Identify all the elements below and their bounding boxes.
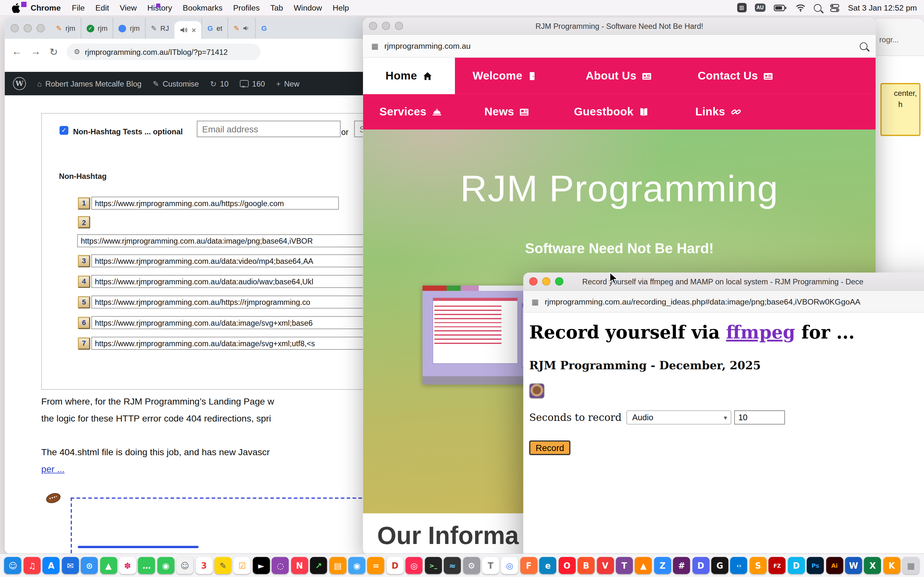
dock-icon[interactable]: ◎ <box>501 557 518 574</box>
row-number-button[interactable]: 2 <box>78 216 90 229</box>
row-number-button[interactable]: 6 <box>78 316 90 329</box>
url-input[interactable] <box>91 316 382 329</box>
url-input[interactable] <box>91 295 382 308</box>
menu-extra-icon[interactable]: ▥ <box>737 3 746 12</box>
dock-icon[interactable]: O <box>559 557 575 574</box>
nav-welcome[interactable]: Welcome <box>473 58 537 94</box>
dock-icon[interactable]: ▤ <box>329 557 346 574</box>
dock-icon[interactable]: FZ <box>769 557 786 574</box>
spotlight-search-icon[interactable] <box>814 4 821 11</box>
seconds-input[interactable] <box>734 410 785 424</box>
browser-tab[interactable]: G <box>255 18 272 39</box>
close-window-button[interactable] <box>529 277 537 285</box>
dock-icon[interactable]: D <box>692 557 709 574</box>
dock-icon[interactable]: Ps <box>807 557 824 574</box>
dock-icon[interactable]: ◉ <box>157 557 174 574</box>
dock-icon[interactable]: K <box>883 557 900 574</box>
site-grid-icon[interactable]: ▦ <box>531 297 539 306</box>
address-bar[interactable]: ▦ rjmprogramming.com.au <box>363 35 876 58</box>
nav-news[interactable]: News <box>485 94 529 129</box>
menu-item[interactable]: Edit <box>90 3 115 12</box>
dock-icon[interactable]: e <box>540 557 556 574</box>
dock-icon[interactable]: ▲ <box>635 557 652 574</box>
nav-home[interactable]: Home <box>363 58 455 94</box>
input-source-badge[interactable]: AU <box>754 3 766 12</box>
dock-icon[interactable]: X <box>864 557 881 574</box>
menu-item[interactable]: Profiles <box>228 3 265 12</box>
menu-item[interactable]: Help <box>327 3 354 12</box>
admin-bar-site-name[interactable]: ⌂ Robert James Metcalfe Blog <box>37 79 142 88</box>
url-input[interactable] <box>91 254 382 267</box>
non-hashtag-checkbox[interactable]: ✓ <box>60 126 69 135</box>
dock-icon[interactable]: ▦ <box>903 557 919 574</box>
dock-icon[interactable]: T <box>482 557 499 574</box>
dock-icon[interactable]: ✎ <box>215 557 232 574</box>
dock-icon[interactable]: ☺ <box>176 557 194 574</box>
dock-icon[interactable]: ▲ <box>100 557 117 574</box>
wifi-icon[interactable] <box>795 3 805 12</box>
ffmpeg-link[interactable]: ffmpeg <box>726 322 795 343</box>
dock-icon[interactable]: G <box>711 557 728 574</box>
dock-icon[interactable]: ► <box>253 557 270 574</box>
browser-tab[interactable]: ✎ rjm <box>51 18 81 39</box>
menu-clock[interactable]: Sat 3 Jan 12:52 pm <box>848 3 917 12</box>
browser-tab[interactable]: G et <box>202 18 228 39</box>
reload-button[interactable]: ↻ <box>49 45 58 58</box>
admin-bar-comments[interactable]: 160 <box>240 79 265 88</box>
dock-icon[interactable]: 3 <box>195 557 212 574</box>
wordpress-logo-icon[interactable]: W <box>13 77 26 90</box>
dock-icon[interactable]: D <box>788 557 804 574</box>
dock-icon[interactable]: S <box>750 557 766 574</box>
dock-icon[interactable]: ☺ <box>5 557 21 574</box>
nav-guestbook[interactable]: Guestbook <box>574 94 649 129</box>
dock-icon[interactable]: ◉ <box>349 557 365 574</box>
dock-icon[interactable]: B <box>577 557 594 574</box>
close-tab-icon[interactable]: × <box>192 25 196 35</box>
browser-tab[interactable]: rjm <box>113 18 145 39</box>
address-bar[interactable]: ▦ rjmprogramming.com.au/recording_ideas.… <box>523 291 924 313</box>
zoom-window-button[interactable] <box>395 22 403 30</box>
browser-tab[interactable]: ✓ rjm <box>81 18 113 39</box>
dock-icon[interactable]: ♫ <box>23 557 40 574</box>
avatar-thumbnail-image[interactable] <box>529 384 544 399</box>
dock-icon[interactable]: ↗ <box>310 557 327 574</box>
minimize-window-button[interactable] <box>542 277 551 285</box>
row-number-button[interactable]: 7 <box>78 337 90 350</box>
audio-video-select[interactable]: Audio ▾ <box>626 410 731 424</box>
dock-icon[interactable]: ‹› <box>730 557 748 574</box>
browser-tab[interactable]: ✎ RJ <box>145 18 174 39</box>
nav-contact-us[interactable]: Contact Us <box>698 58 774 94</box>
nav-services[interactable]: Services <box>380 94 442 129</box>
dock-icon[interactable]: F <box>520 557 537 574</box>
site-grid-icon[interactable]: ▦ <box>371 41 379 50</box>
admin-bar-new[interactable]: + New <box>276 79 300 88</box>
row-number-button[interactable]: 1 <box>78 197 90 210</box>
dock-icon[interactable]: ◌ <box>272 557 289 574</box>
control-center-icon[interactable] <box>830 3 840 12</box>
nav-about-us[interactable]: About Us <box>586 58 652 94</box>
dock-icon[interactable]: D <box>387 557 404 574</box>
search-page-icon[interactable] <box>860 42 867 50</box>
back-button[interactable]: ← <box>12 46 22 58</box>
minimize-window-button[interactable] <box>382 22 390 30</box>
zoom-window-button[interactable] <box>555 277 564 285</box>
dock-icon[interactable]: ✉ <box>61 557 79 574</box>
dock-icon[interactable]: ☑ <box>234 557 250 574</box>
dock-icon[interactable]: = <box>367 557 384 574</box>
email-input[interactable] <box>197 121 341 137</box>
close-window-button[interactable] <box>369 22 377 30</box>
nav-links[interactable]: Links <box>695 94 741 129</box>
dock-icon[interactable]: N <box>291 557 308 574</box>
menu-item[interactable]: Window <box>288 3 327 12</box>
menu-item[interactable]: View <box>114 3 142 12</box>
dock-icon[interactable]: V <box>597 557 614 574</box>
dock-icon[interactable]: ◎ <box>405 557 423 574</box>
admin-bar-customise[interactable]: ✎ Customise <box>153 79 199 88</box>
dock-icon[interactable]: ⚙ <box>463 557 480 574</box>
url-input[interactable] <box>78 234 382 247</box>
dock-icon[interactable]: Z <box>654 557 671 574</box>
forward-button[interactable]: → <box>31 46 41 58</box>
active-app-name[interactable]: Chrome <box>25 3 66 12</box>
zoom-window-button[interactable] <box>37 24 45 32</box>
per-link[interactable]: per ... <box>41 464 65 474</box>
